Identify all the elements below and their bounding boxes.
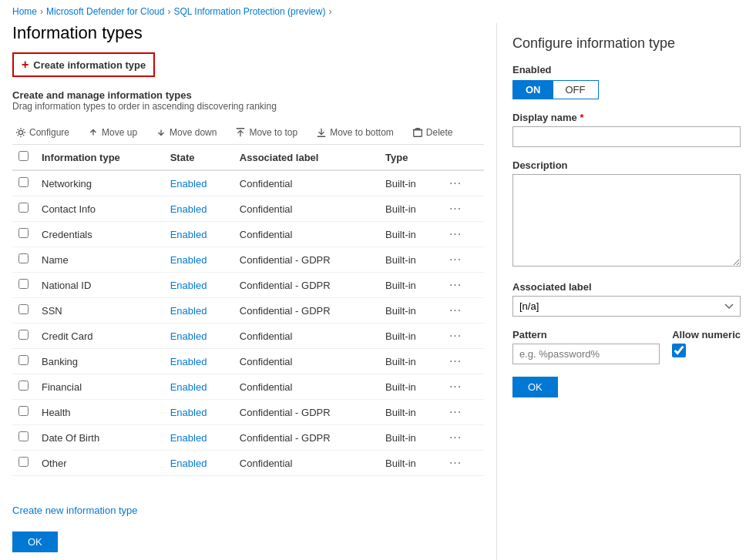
row-checkbox[interactable] bbox=[18, 279, 29, 289]
row-type: Built-in bbox=[379, 374, 440, 400]
create-new-info-type-link[interactable]: Create new information type bbox=[12, 505, 138, 516]
row-state: Enabled bbox=[164, 170, 234, 196]
row-checkbox[interactable] bbox=[18, 406, 29, 416]
description-subtitle: Drag information types to order in ascen… bbox=[12, 101, 484, 112]
row-state: Enabled bbox=[164, 222, 234, 247]
breadcrumb-defender[interactable]: Microsoft Defender for Cloud bbox=[46, 6, 164, 17]
breadcrumb: Home › Microsoft Defender for Cloud › SQ… bbox=[0, 0, 756, 23]
table-row: Credit Card Enabled Confidential Built-i… bbox=[12, 324, 484, 349]
row-label: Confidential bbox=[234, 451, 379, 476]
row-more-button[interactable]: ··· bbox=[446, 176, 465, 190]
row-more-button[interactable]: ··· bbox=[446, 278, 465, 292]
row-type: Built-in bbox=[379, 349, 440, 374]
row-label: Confidential bbox=[234, 374, 379, 400]
move-down-button[interactable]: Move down bbox=[153, 126, 220, 139]
row-label: Confidential - GDPR bbox=[234, 273, 379, 298]
display-name-label: Display name * bbox=[512, 112, 741, 123]
row-checkbox[interactable] bbox=[18, 431, 29, 441]
move-down-icon bbox=[156, 127, 166, 138]
description-title: Create and manage information types bbox=[12, 89, 484, 101]
row-label: Confidential - GDPR bbox=[234, 400, 379, 425]
row-checkbox[interactable] bbox=[18, 177, 29, 187]
display-name-input[interactable] bbox=[512, 126, 741, 147]
select-all-checkbox[interactable] bbox=[18, 151, 29, 161]
right-ok-button[interactable]: OK bbox=[512, 377, 558, 397]
toggle-container[interactable]: ON OFF bbox=[512, 80, 599, 99]
row-type: Built-in bbox=[379, 196, 440, 222]
row-checkbox[interactable] bbox=[18, 304, 29, 314]
row-type: Built-in bbox=[379, 451, 440, 476]
row-state: Enabled bbox=[164, 298, 234, 324]
row-state: Enabled bbox=[164, 425, 234, 451]
ok-btn-area: OK bbox=[12, 524, 484, 560]
row-info-type: Name bbox=[35, 247, 164, 273]
breadcrumb-home[interactable]: Home bbox=[12, 6, 37, 17]
row-state: Enabled bbox=[164, 247, 234, 273]
row-more-button[interactable]: ··· bbox=[446, 202, 465, 216]
row-checkbox[interactable] bbox=[18, 457, 29, 467]
row-label: Confidential bbox=[234, 222, 379, 247]
row-checkbox[interactable] bbox=[18, 381, 29, 391]
row-more-button[interactable]: ··· bbox=[446, 456, 465, 470]
move-to-top-button[interactable]: Move to top bbox=[232, 126, 301, 139]
row-more-button[interactable]: ··· bbox=[446, 227, 465, 241]
associated-label-select[interactable]: [n/a]ConfidentialConfidential - GDPRPubl… bbox=[512, 296, 741, 317]
move-up-icon bbox=[88, 127, 99, 138]
pattern-input[interactable] bbox=[512, 344, 660, 364]
toggle-on-button[interactable]: ON bbox=[513, 81, 553, 99]
row-info-type: Contact Info bbox=[35, 196, 164, 222]
plus-icon: + bbox=[22, 58, 29, 72]
row-label: Confidential bbox=[234, 170, 379, 196]
row-type: Built-in bbox=[379, 298, 440, 324]
associated-label-label: Associated label bbox=[512, 281, 741, 293]
row-checkbox[interactable] bbox=[18, 330, 29, 340]
description-textarea[interactable] bbox=[512, 174, 741, 267]
move-to-bottom-button[interactable]: Move to bottom bbox=[313, 126, 397, 139]
configure-button[interactable]: Configure bbox=[12, 126, 72, 139]
row-state: Enabled bbox=[164, 273, 234, 298]
row-label: Confidential bbox=[234, 324, 379, 349]
page-title: Information types bbox=[12, 23, 484, 43]
row-label: Confidential bbox=[234, 349, 379, 374]
pattern-label: Pattern bbox=[512, 329, 660, 340]
toggle-off-button[interactable]: OFF bbox=[553, 81, 598, 99]
row-checkbox[interactable] bbox=[18, 203, 29, 213]
enabled-label: Enabled bbox=[512, 64, 741, 75]
row-type: Built-in bbox=[379, 247, 440, 273]
row-more-button[interactable]: ··· bbox=[446, 431, 465, 444]
col-header-type: Type bbox=[379, 145, 440, 170]
description-group: Description bbox=[512, 159, 741, 269]
svg-point-0 bbox=[18, 130, 22, 134]
col-header-label: Associated label bbox=[234, 145, 379, 170]
row-state: Enabled bbox=[164, 196, 234, 222]
row-type: Built-in bbox=[379, 170, 440, 196]
row-more-button[interactable]: ··· bbox=[446, 329, 465, 343]
delete-button[interactable]: Delete bbox=[409, 126, 456, 139]
allow-numeric-label: Allow numeric bbox=[672, 329, 741, 340]
row-checkbox[interactable] bbox=[18, 253, 29, 263]
pattern-section: Pattern Allow numeric bbox=[512, 329, 741, 364]
left-ok-button[interactable]: OK bbox=[12, 531, 58, 552]
breadcrumb-sql[interactable]: SQL Information Protection (preview) bbox=[173, 6, 325, 17]
row-checkbox[interactable] bbox=[18, 228, 29, 238]
table-row: National ID Enabled Confidential - GDPR … bbox=[12, 273, 484, 298]
row-more-button[interactable]: ··· bbox=[446, 303, 465, 317]
allow-numeric-checkbox[interactable] bbox=[672, 344, 686, 357]
table-row: Other Enabled Confidential Built-in ··· bbox=[12, 451, 484, 476]
create-information-type-button[interactable]: + Create information type bbox=[12, 52, 155, 77]
move-to-bottom-icon bbox=[316, 127, 327, 138]
row-more-button[interactable]: ··· bbox=[446, 354, 465, 368]
col-header-info-type: Information type bbox=[35, 145, 164, 170]
row-info-type: Financial bbox=[35, 374, 164, 400]
row-info-type: National ID bbox=[35, 273, 164, 298]
row-info-type: Credentials bbox=[35, 222, 164, 247]
row-label: Confidential - GDPR bbox=[234, 425, 379, 451]
allow-numeric-col: Allow numeric bbox=[672, 329, 741, 357]
row-checkbox[interactable] bbox=[18, 355, 29, 365]
svg-rect-1 bbox=[414, 130, 422, 137]
left-panel: Information types + Create information t… bbox=[0, 23, 497, 560]
move-up-button[interactable]: Move up bbox=[85, 126, 140, 139]
row-more-button[interactable]: ··· bbox=[446, 253, 465, 267]
row-more-button[interactable]: ··· bbox=[446, 405, 465, 419]
row-more-button[interactable]: ··· bbox=[446, 380, 465, 394]
